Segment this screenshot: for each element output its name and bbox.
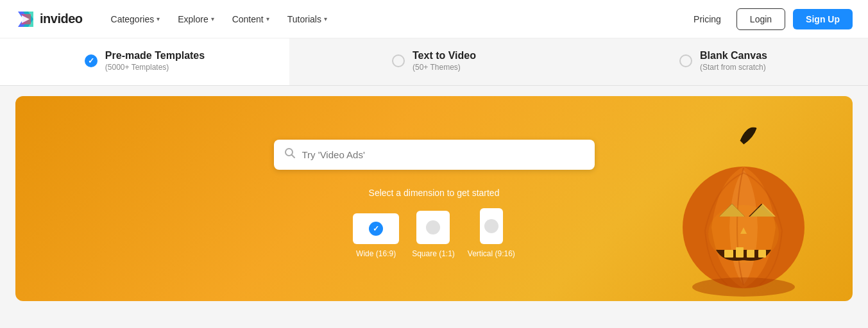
chevron-down-icon: ▾ bbox=[211, 15, 214, 22]
dim-radio-square bbox=[426, 220, 440, 234]
dim-radio-vertical bbox=[484, 219, 498, 233]
search-container bbox=[274, 140, 595, 170]
pumpkin-decoration bbox=[673, 122, 814, 301]
hero-banner: Select a dimension to get started ✓ Wide… bbox=[15, 96, 853, 301]
login-button[interactable]: Login bbox=[736, 8, 785, 30]
radio-text-to-video bbox=[392, 54, 405, 67]
logo-text: invideo bbox=[40, 12, 83, 26]
nav-explore[interactable]: Explore ▾ bbox=[170, 9, 221, 29]
nav-links: Categories ▾ Explore ▾ Content ▾ Tutoria… bbox=[103, 9, 686, 29]
dim-label-wide: Wide (16:9) bbox=[356, 249, 396, 258]
dimension-wide[interactable]: ✓ Wide (16:9) bbox=[353, 213, 399, 258]
chevron-down-icon: ▾ bbox=[324, 15, 327, 22]
pricing-link[interactable]: Pricing bbox=[686, 9, 729, 29]
nav-right: Pricing Login Sign Up bbox=[686, 8, 853, 30]
search-icon bbox=[284, 147, 296, 162]
nav-content[interactable]: Content ▾ bbox=[225, 9, 277, 29]
dim-check-wide: ✓ bbox=[369, 222, 383, 236]
nav-categories[interactable]: Categories ▾ bbox=[103, 9, 168, 29]
dimension-options: ✓ Wide (16:9) Square (1:1) Vertical (9:1… bbox=[353, 208, 515, 258]
chevron-down-icon: ▾ bbox=[266, 15, 269, 22]
dim-box-wide: ✓ bbox=[353, 213, 399, 244]
search-input[interactable] bbox=[302, 149, 584, 160]
dim-box-vertical bbox=[480, 208, 503, 244]
dimension-square[interactable]: Square (1:1) bbox=[412, 211, 455, 258]
dimension-vertical[interactable]: Vertical (9:16) bbox=[468, 208, 515, 258]
mode-info-text-to-video: Text to Video (50+ Themes) bbox=[413, 50, 476, 72]
svg-point-17 bbox=[708, 205, 779, 263]
signup-button[interactable]: Sign Up bbox=[793, 9, 853, 29]
logo-icon bbox=[15, 9, 36, 29]
chevron-down-icon: ▾ bbox=[157, 15, 160, 22]
svg-point-18 bbox=[692, 277, 795, 297]
svg-line-20 bbox=[291, 154, 294, 158]
logo[interactable]: invideo bbox=[15, 9, 83, 29]
tab-premade[interactable]: Pre-made Templates (5000+ Templates) bbox=[0, 38, 289, 85]
dim-label-vertical: Vertical (9:16) bbox=[468, 249, 515, 258]
mode-info-premade: Pre-made Templates (5000+ Templates) bbox=[105, 50, 205, 72]
radio-blank-canvas bbox=[679, 54, 692, 67]
mode-selector: Pre-made Templates (5000+ Templates) Tex… bbox=[0, 38, 868, 86]
search-box bbox=[274, 140, 595, 170]
tab-text-to-video[interactable]: Text to Video (50+ Themes) bbox=[289, 38, 579, 85]
radio-premade bbox=[85, 54, 98, 67]
mode-info-blank-canvas: Blank Canvas (Start from scratch) bbox=[700, 50, 767, 72]
navbar: invideo Categories ▾ Explore ▾ Content ▾… bbox=[0, 0, 868, 38]
tab-blank-canvas[interactable]: Blank Canvas (Start from scratch) bbox=[579, 38, 868, 85]
nav-tutorials[interactable]: Tutorials ▾ bbox=[280, 9, 335, 29]
dim-label-square: Square (1:1) bbox=[412, 249, 455, 258]
dimension-label: Select a dimension to get started bbox=[369, 188, 500, 198]
dim-box-square bbox=[416, 211, 450, 244]
